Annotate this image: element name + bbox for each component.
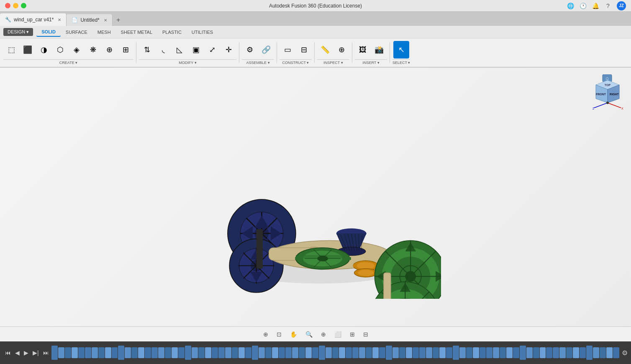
timeline-item[interactable] <box>573 347 579 358</box>
timeline-item[interactable] <box>439 347 446 358</box>
timeline-item[interactable] <box>239 347 245 358</box>
timeline-item[interactable] <box>312 347 318 358</box>
timeline-item[interactable] <box>265 347 272 358</box>
timeline-item[interactable] <box>520 346 526 360</box>
minimize-button[interactable] <box>13 3 18 8</box>
next-frame-button[interactable]: ▶| <box>31 349 41 357</box>
select-button[interactable]: ↖ <box>393 41 409 59</box>
press-pull-button[interactable]: ⇅ <box>139 41 155 59</box>
joint-button[interactable]: ⚙ <box>242 41 258 59</box>
timeline-item[interactable] <box>586 346 593 360</box>
timeline-item[interactable] <box>225 347 231 358</box>
interference-button[interactable]: ⊕ <box>333 41 349 59</box>
timeline-item[interactable] <box>506 347 513 358</box>
shell-button[interactable]: ▣ <box>188 41 204 59</box>
timeline-item[interactable] <box>98 347 105 358</box>
timeline-item[interactable] <box>319 346 325 360</box>
grid-button[interactable]: ⊞ <box>347 330 357 339</box>
zoom-window-button[interactable]: ⊕ <box>318 330 328 339</box>
timeline-item[interactable] <box>92 347 98 358</box>
modify-group-label[interactable]: MODIFY ▾ <box>139 59 236 65</box>
timeline-item[interactable] <box>272 347 278 358</box>
timeline-item[interactable] <box>540 347 546 358</box>
timeline-item[interactable] <box>112 347 118 358</box>
design-dropdown[interactable]: DESIGN ▾ <box>3 28 33 36</box>
zoom-button[interactable]: 🔍 <box>303 330 315 339</box>
timeline-item[interactable] <box>285 347 292 358</box>
timeline-item[interactable] <box>493 347 499 358</box>
orbit-button[interactable]: ⊕ <box>261 330 271 339</box>
timeline-item[interactable] <box>379 347 385 358</box>
tab-utilities[interactable]: UTILITIES <box>187 28 218 36</box>
timeline-item[interactable] <box>299 347 305 358</box>
timeline-item[interactable] <box>218 347 225 358</box>
clock-icon[interactable]: 🕐 <box>579 2 587 10</box>
measure-button[interactable]: 📏 <box>317 41 333 59</box>
select-group-label[interactable]: SELECT ▾ <box>392 59 410 65</box>
timeline-item[interactable] <box>526 347 533 358</box>
create-group-label[interactable]: CREATE ▾ <box>3 59 133 65</box>
timeline-item[interactable] <box>419 347 426 358</box>
timeline-item[interactable] <box>58 347 64 358</box>
timeline-item[interactable] <box>145 347 151 358</box>
timeline-item[interactable] <box>406 347 412 358</box>
timeline-item[interactable] <box>566 347 572 358</box>
timeline-item[interactable] <box>359 347 365 358</box>
timeline-item[interactable] <box>446 347 452 358</box>
timeline-item[interactable] <box>392 347 399 358</box>
timeline-item[interactable] <box>613 347 619 358</box>
timeline-settings-button[interactable]: ⚙ <box>622 349 628 357</box>
timeline-item[interactable] <box>513 347 519 358</box>
timeline-item[interactable] <box>78 347 85 358</box>
timeline-item[interactable] <box>386 346 392 360</box>
tab-solid[interactable]: SOLID <box>36 28 61 37</box>
timeline-item[interactable] <box>245 347 251 358</box>
timeline-item[interactable] <box>546 347 552 358</box>
sketch-button[interactable]: ⬚ <box>3 41 19 59</box>
timeline-item[interactable] <box>600 347 606 358</box>
tab-mesh[interactable]: MESH <box>92 28 116 36</box>
bell-icon[interactable]: 🔔 <box>592 2 599 10</box>
timeline-item[interactable] <box>105 347 111 358</box>
timeline-item[interactable] <box>326 347 332 358</box>
timeline-item[interactable] <box>352 347 359 358</box>
move-button[interactable]: ✛ <box>221 41 236 59</box>
tab-plastic[interactable]: PLASTIC <box>157 28 187 36</box>
pan-button[interactable]: ✋ <box>287 330 300 339</box>
first-frame-button[interactable]: ⏮ <box>3 349 13 357</box>
timeline-item[interactable] <box>553 347 559 358</box>
last-frame-button[interactable]: ⏭ <box>41 349 51 357</box>
tab-close-button[interactable]: ✕ <box>104 18 107 23</box>
tab-wind-up-car[interactable]: 🔧 wind_up_car v41* ✕ <box>0 13 67 26</box>
help-icon[interactable]: ? <box>604 2 612 10</box>
inspect-group-label[interactable]: INSPECT ▾ <box>317 59 349 65</box>
tab-sheet-metal[interactable]: SHEET METAL <box>116 28 157 36</box>
timeline-item[interactable] <box>158 347 164 358</box>
fit-all-button[interactable]: ⊡ <box>274 330 284 339</box>
sweep-button[interactable]: ⬡ <box>52 41 68 59</box>
tab-untitled[interactable]: 📄 Untitled* ✕ <box>67 14 112 26</box>
timeline-item[interactable] <box>65 347 71 358</box>
timeline-item[interactable] <box>131 347 138 358</box>
timeline-item[interactable] <box>85 347 91 358</box>
appearance-button[interactable]: ⊟ <box>361 330 371 339</box>
thread-button[interactable]: ⊞ <box>118 41 133 59</box>
timeline-item[interactable] <box>192 347 198 358</box>
user-avatar[interactable]: JZ <box>617 1 626 10</box>
timeline-item[interactable] <box>372 347 379 358</box>
fillet-button[interactable]: ◟ <box>155 41 171 59</box>
timeline-item[interactable] <box>399 347 405 358</box>
timeline-item[interactable] <box>500 347 506 358</box>
display-mode-button[interactable]: ⬜ <box>332 330 344 339</box>
timeline-item[interactable] <box>466 347 472 358</box>
maximize-button[interactable] <box>21 3 26 8</box>
timeline-item[interactable] <box>486 347 492 358</box>
close-button[interactable] <box>5 3 10 8</box>
timeline-item[interactable] <box>305 347 312 358</box>
timeline-item[interactable] <box>125 347 131 358</box>
timeline-item[interactable] <box>559 347 566 358</box>
timeline-item[interactable] <box>205 347 211 358</box>
timeline-item[interactable] <box>232 347 238 358</box>
insert-mesh-button[interactable]: 🖼 <box>355 41 371 59</box>
timeline-item[interactable] <box>606 347 613 358</box>
